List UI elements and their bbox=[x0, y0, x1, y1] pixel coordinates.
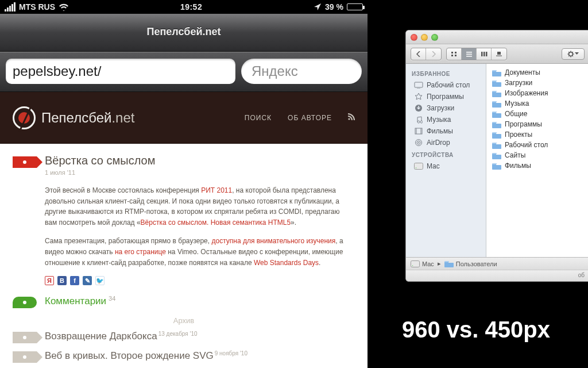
sidebar-item-downloads[interactable]: Загрузки bbox=[406, 102, 486, 114]
comments-count: 34 bbox=[109, 295, 115, 302]
svg-line-21 bbox=[572, 55, 573, 56]
sidebar-item-airdrop[interactable]: AirDrop bbox=[406, 137, 486, 148]
url-field[interactable]: pepelsbey.net/ bbox=[6, 59, 235, 84]
archive-flag-icon bbox=[13, 332, 37, 343]
link-rit2011[interactable]: РИТ 2011 bbox=[201, 186, 232, 194]
file-name: Программы bbox=[505, 120, 542, 128]
hdd-icon bbox=[411, 260, 420, 267]
file-item[interactable]: Изображения bbox=[486, 88, 588, 98]
post-body: Этой весной в Москве состоялась конферен… bbox=[45, 185, 343, 268]
finder-window[interactable]: ИЗБРАННОЕ Рабочий стол Программы Загрузк… bbox=[405, 30, 588, 282]
svg-rect-14 bbox=[496, 55, 502, 56]
finder-file-list[interactable]: Документы Загрузки Изображения Музыка Об… bbox=[486, 64, 588, 257]
svg-point-32 bbox=[418, 142, 419, 143]
path-segment-root[interactable]: Mac bbox=[411, 260, 434, 267]
sidebar-label: Программы bbox=[427, 93, 464, 101]
ios-status-bar: MTS RUS 19:52 39 % bbox=[0, 0, 368, 14]
page-title: Пепелсбей.net bbox=[0, 26, 368, 38]
file-item[interactable]: Проекты bbox=[486, 129, 588, 140]
comments-link[interactable]: Комментарии bbox=[45, 296, 106, 307]
rss-icon[interactable] bbox=[348, 113, 355, 122]
safari-url-bar: pepelsbey.net/ Яндекс bbox=[0, 52, 368, 92]
archive-item[interactable]: Веб в кривых. Второе рождение SVG9 ноябр… bbox=[13, 349, 355, 363]
close-icon[interactable] bbox=[411, 34, 417, 41]
sidebar-item-desktop[interactable]: Рабочий стол bbox=[406, 79, 486, 91]
sidebar-item-mac[interactable]: Mac bbox=[406, 160, 486, 172]
search-field[interactable]: Яндекс bbox=[241, 59, 362, 84]
folder-icon bbox=[444, 260, 454, 267]
file-item[interactable]: Общие bbox=[486, 109, 588, 119]
archive-title: Веб в кривых. Второе рождение SVG bbox=[45, 350, 214, 361]
sidebar-item-movies[interactable]: Фильмы bbox=[406, 125, 486, 137]
back-button[interactable] bbox=[411, 48, 426, 60]
zoom-icon[interactable] bbox=[431, 34, 438, 41]
svg-rect-24 bbox=[415, 82, 423, 87]
file-name: Документы bbox=[505, 68, 540, 76]
folder-icon bbox=[492, 110, 501, 118]
downloads-icon bbox=[414, 104, 423, 112]
share-vk-icon[interactable]: B bbox=[57, 276, 67, 285]
nav-about[interactable]: ОБ АВТОРЕ bbox=[288, 114, 332, 122]
file-item[interactable]: Документы bbox=[486, 67, 588, 78]
applications-icon bbox=[414, 93, 423, 101]
link-vimeo[interactable]: на его странице bbox=[115, 248, 166, 256]
svg-rect-8 bbox=[466, 53, 472, 55]
folder-icon bbox=[492, 79, 501, 87]
svg-rect-9 bbox=[466, 56, 472, 57]
folder-icon bbox=[492, 100, 501, 108]
view-icons-button[interactable] bbox=[447, 48, 462, 60]
share-twitter-icon[interactable]: 🐦 bbox=[95, 276, 105, 285]
hdd-icon bbox=[414, 162, 423, 170]
action-menu-button[interactable] bbox=[562, 48, 585, 60]
finder-status-bar: об bbox=[406, 270, 588, 281]
forward-button[interactable] bbox=[426, 48, 441, 60]
share-lj-icon[interactable]: ✎ bbox=[83, 276, 92, 285]
sidebar-label: Музыка bbox=[427, 116, 451, 124]
share-facebook-icon[interactable]: f bbox=[70, 276, 79, 285]
folder-icon bbox=[492, 152, 501, 159]
file-item[interactable]: Музыка bbox=[486, 98, 588, 109]
minimize-icon[interactable] bbox=[421, 34, 428, 41]
view-list-button[interactable] bbox=[462, 48, 477, 60]
path-segment-folder[interactable]: Пользователи bbox=[444, 260, 497, 267]
link-slides[interactable]: доступна для внимательного изучения bbox=[211, 237, 335, 245]
post-title[interactable]: Вёрстка со смыслом bbox=[45, 154, 155, 167]
finder-toolbar bbox=[406, 44, 588, 64]
file-item[interactable]: Программы bbox=[486, 119, 588, 129]
nav-back-forward[interactable] bbox=[411, 48, 442, 60]
sidebar-section-favorites: ИЗБРАННОЕ bbox=[406, 67, 486, 79]
safari-title-bar: Пепелсбей.net bbox=[0, 14, 368, 52]
sidebar-item-music[interactable]: Музыка bbox=[406, 114, 486, 125]
svg-rect-13 bbox=[497, 52, 501, 55]
airdrop-icon bbox=[414, 139, 423, 147]
site-logo[interactable]: Пепелсбей.net bbox=[13, 106, 134, 129]
archive-flag-icon bbox=[13, 351, 37, 363]
svg-rect-3 bbox=[451, 52, 453, 53]
post-text: . bbox=[319, 259, 320, 267]
sidebar-label: Фильмы bbox=[427, 127, 453, 135]
nav-search[interactable]: ПОИСК bbox=[245, 114, 272, 122]
wifi-icon bbox=[59, 3, 69, 11]
file-item[interactable]: Загрузки bbox=[486, 78, 588, 88]
file-item[interactable]: Рабочий стол bbox=[486, 140, 588, 150]
share-yandex-icon[interactable]: Я bbox=[45, 276, 54, 285]
sidebar-item-applications[interactable]: Программы bbox=[406, 91, 486, 102]
view-mode-switcher[interactable] bbox=[446, 48, 507, 60]
sidebar-section-devices: УСТРОЙСТВА bbox=[406, 148, 486, 160]
link-wsd[interactable]: Web Standards Days bbox=[254, 259, 319, 267]
folder-icon bbox=[492, 131, 501, 139]
site-header: Пепелсбей.net ПОИСК ОБ АВТОРЕ bbox=[0, 92, 368, 144]
post-text: Этой весной в Москве состоялась конферен… bbox=[45, 186, 201, 194]
finder-path-bar[interactable]: Mac ▸ Пользователи bbox=[406, 257, 588, 270]
file-item[interactable]: Сайты bbox=[486, 150, 588, 160]
link-talk[interactable]: Вёрстка со смыслом. Новая семантика HTML… bbox=[141, 218, 291, 227]
finder-titlebar[interactable] bbox=[406, 30, 588, 44]
file-item[interactable]: Фильмы bbox=[486, 160, 588, 171]
path-label: Mac bbox=[422, 260, 434, 267]
view-coverflow-button[interactable] bbox=[492, 48, 506, 60]
svg-rect-5 bbox=[451, 55, 453, 56]
archive-item[interactable]: Возвращение Даркбокса13 декабря '10 bbox=[13, 329, 355, 343]
post-date: 1 июля '11 bbox=[45, 169, 155, 176]
view-columns-button[interactable] bbox=[477, 48, 492, 60]
svg-rect-4 bbox=[455, 52, 457, 53]
